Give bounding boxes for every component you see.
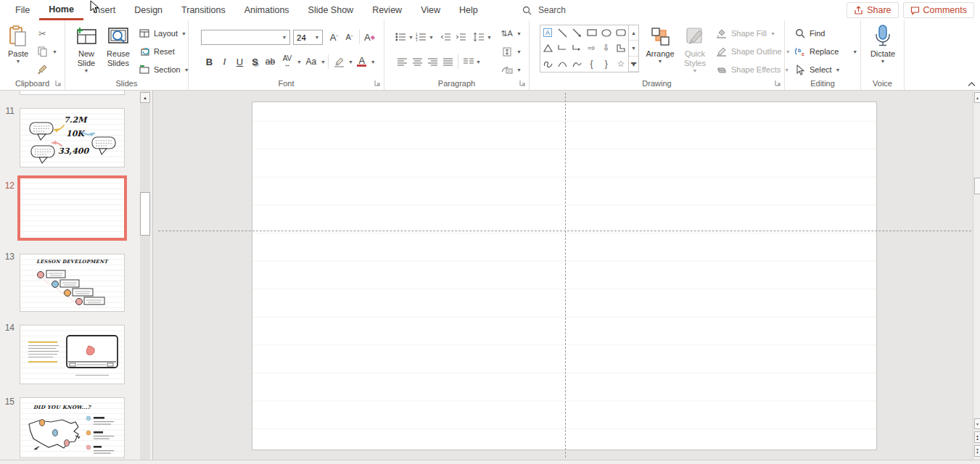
editing-canvas[interactable]: [153, 91, 973, 460]
shape-arc[interactable]: [555, 56, 569, 72]
shape-rounded-rectangle[interactable]: [614, 25, 628, 41]
text-highlight-dropdown-arrow[interactable]: ▼: [348, 59, 353, 65]
shape-fill-dropdown-arrow[interactable]: ▼: [770, 31, 775, 36]
tab-transitions[interactable]: Transitions: [172, 0, 235, 20]
slide-12-thumbnail-selected[interactable]: [17, 175, 127, 241]
layout-button[interactable]: Layout ▼: [138, 26, 186, 41]
slide-10-thumbnail-edge[interactable]: [20, 91, 125, 95]
align-text-button[interactable]: ▼: [501, 44, 522, 59]
font-size-dropdown-arrow[interactable]: ▼: [312, 30, 322, 44]
reset-button[interactable]: Reset: [138, 44, 175, 59]
comments-button[interactable]: Comments: [903, 2, 974, 18]
shape-right-brace[interactable]: }: [599, 56, 614, 72]
slide-14-thumbnail[interactable]: [20, 325, 125, 384]
select-dropdown-arrow[interactable]: ▼: [836, 67, 841, 72]
shape-gallery-scroll-down[interactable]: ▼: [629, 41, 638, 56]
numbering-button[interactable]: 123: [413, 29, 429, 45]
bold-button[interactable]: B: [202, 54, 217, 70]
shape-text-box[interactable]: A: [540, 25, 555, 41]
shape-right-arrow[interactable]: ⇨: [584, 41, 598, 57]
previous-slide-button[interactable]: ▲▲: [974, 431, 980, 443]
line-spacing-dropdown-arrow[interactable]: ▼: [487, 35, 492, 40]
shape-elbow-connector[interactable]: [555, 41, 569, 57]
text-direction-dropdown-arrow[interactable]: ▼: [516, 31, 522, 36]
shape-down-arrow[interactable]: ⇩: [599, 41, 614, 57]
numbering-dropdown-arrow[interactable]: ▼: [429, 35, 434, 40]
smartart-dropdown-arrow[interactable]: ▼: [516, 67, 522, 72]
slide-15-thumbnail[interactable]: DID YOU KNOW...?: [20, 397, 125, 458]
shape-triangle[interactable]: [540, 41, 555, 57]
text-shadow-button[interactable]: S: [247, 54, 263, 70]
paragraph-dialog-launcher[interactable]: [519, 80, 526, 86]
shape-rectangle[interactable]: [584, 25, 598, 41]
thumbnail-scrollbar-thumb[interactable]: [140, 192, 150, 236]
copy-dropdown-arrow[interactable]: ▼: [52, 49, 57, 54]
line-spacing-button[interactable]: [472, 29, 487, 45]
justify-button[interactable]: [440, 54, 456, 70]
bullets-dropdown-arrow[interactable]: ▼: [408, 35, 413, 40]
shape-fill-button[interactable]: Shape Fill ▼: [715, 26, 775, 41]
align-right-button[interactable]: [425, 54, 440, 70]
tab-help[interactable]: Help: [450, 0, 487, 20]
thumbnail-scroll-up-button[interactable]: ▲: [140, 92, 150, 103]
shape-gallery-more-button[interactable]: ▬▼: [629, 57, 638, 72]
character-spacing-button[interactable]: AV↔: [278, 54, 297, 70]
tab-view[interactable]: View: [411, 0, 450, 20]
dictate-button[interactable]: Dictate ▼: [868, 23, 897, 64]
font-dialog-launcher[interactable]: [374, 80, 381, 86]
next-slide-button[interactable]: ▼▼: [974, 445, 980, 457]
replace-dropdown-arrow[interactable]: ▼: [852, 49, 857, 54]
find-button[interactable]: Find: [794, 26, 825, 41]
columns-dropdown-arrow[interactable]: ▼: [476, 59, 481, 65]
tab-animations[interactable]: Animations: [235, 0, 299, 20]
quick-styles-dropdown-arrow[interactable]: ▼: [693, 68, 698, 73]
copy-button[interactable]: ▼: [36, 44, 57, 59]
canvas-scroll-down-button[interactable]: ▼: [974, 418, 980, 429]
font-size-input[interactable]: [294, 30, 312, 44]
change-case-dropdown-arrow[interactable]: ▼: [321, 59, 326, 65]
align-left-button[interactable]: [395, 54, 410, 70]
clear-formatting-button[interactable]: A◆: [362, 29, 377, 45]
convert-smartart-button[interactable]: ▼: [501, 62, 522, 77]
canvas-scrollbar[interactable]: ▲ ▼ ▲▲ ▼▼: [973, 91, 980, 460]
layout-dropdown-arrow[interactable]: ▼: [181, 31, 186, 36]
canvas-scroll-up-button[interactable]: ▲: [974, 92, 980, 103]
font-color-button[interactable]: A: [353, 54, 371, 70]
paste-button[interactable]: Paste ▼: [4, 23, 32, 64]
change-case-button[interactable]: Aa: [302, 54, 321, 70]
new-slide-button[interactable]: New Slide ▼: [73, 23, 100, 73]
current-slide[interactable]: [252, 102, 877, 450]
section-button[interactable]: Section ▼: [138, 62, 189, 77]
underline-button[interactable]: U: [232, 54, 247, 70]
collapse-ribbon-button[interactable]: [968, 81, 976, 87]
shape-arrow[interactable]: [569, 25, 584, 41]
text-direction-button[interactable]: ⇅A ▼: [501, 26, 522, 41]
decrease-indent-button[interactable]: [438, 29, 453, 45]
vertical-guide[interactable]: [565, 93, 566, 457]
italic-button[interactable]: I: [217, 54, 232, 70]
shape-scribble[interactable]: [540, 56, 555, 72]
search-box[interactable]: Search: [522, 0, 566, 20]
arrange-button[interactable]: Arrange ▼: [644, 23, 676, 64]
canvas-scrollbar-thumb[interactable]: [974, 178, 980, 194]
shape-gallery-scroll-up[interactable]: ▲: [629, 25, 638, 41]
thumbnail-panel-scrollbar[interactable]: ▲: [140, 91, 150, 460]
shape-line[interactable]: [555, 25, 569, 41]
replace-button[interactable]: bc Replace ▼: [794, 44, 857, 59]
bullets-button[interactable]: [393, 29, 408, 45]
strikethrough-button[interactable]: ab: [263, 54, 278, 70]
font-name-input[interactable]: [202, 30, 279, 44]
font-size-combobox[interactable]: ▼: [293, 30, 323, 45]
shrink-font-button[interactable]: Aˇ: [342, 29, 357, 45]
font-color-dropdown-arrow[interactable]: ▼: [371, 59, 376, 65]
columns-button[interactable]: [461, 54, 476, 70]
paste-dropdown-arrow[interactable]: ▼: [16, 59, 21, 64]
shape-corner[interactable]: [614, 41, 628, 57]
dictate-dropdown-arrow[interactable]: ▼: [881, 59, 886, 64]
drawing-dialog-launcher[interactable]: [775, 80, 781, 86]
shape-star[interactable]: ☆: [614, 56, 628, 72]
increase-indent-button[interactable]: [453, 29, 469, 45]
font-name-dropdown-arrow[interactable]: ▼: [279, 30, 289, 44]
shape-curve[interactable]: [569, 56, 584, 72]
tab-home[interactable]: Home: [39, 0, 83, 20]
